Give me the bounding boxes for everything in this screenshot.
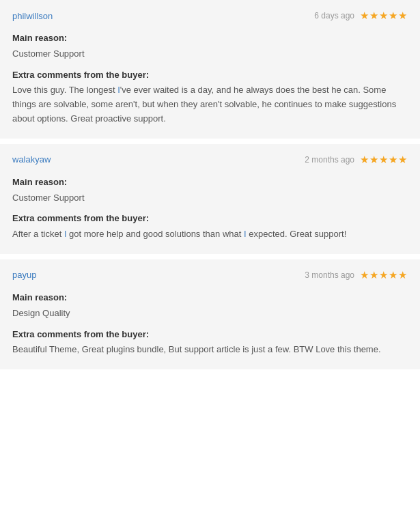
- main-reason-label-2: Main reason:: [12, 175, 408, 190]
- comment-highlight: I: [244, 229, 247, 239]
- main-reason-value-1: Customer Support: [12, 47, 408, 61]
- review-block-1: philwillson6 days ago★★★★★Main reason:Cu…: [0, 0, 420, 139]
- extra-label-3: Extra comments from the buyer:: [12, 328, 408, 342]
- reviews-container: philwillson6 days ago★★★★★Main reason:Cu…: [0, 0, 420, 369]
- review-stars-3: ★★★★★: [360, 269, 408, 281]
- comment-highlight: I: [117, 85, 120, 95]
- main-reason-label-1: Main reason:: [12, 31, 408, 46]
- review-body-3: Main reason:Design QualityExtra comments…: [12, 291, 408, 357]
- review-comment-1: Love this guy. The longest I've ever wai…: [12, 83, 408, 126]
- review-time-1: 6 days ago: [314, 11, 354, 20]
- review-meta-3: 3 months ago★★★★★: [305, 269, 408, 281]
- review-stars-1: ★★★★★: [360, 10, 408, 22]
- comment-highlight: I: [64, 229, 67, 239]
- review-comment-2: After a ticket I got more help and good …: [12, 227, 408, 242]
- review-header-3: payup3 months ago★★★★★: [12, 269, 408, 281]
- review-stars-2: ★★★★★: [360, 154, 408, 166]
- review-meta-1: 6 days ago★★★★★: [314, 10, 408, 22]
- review-meta-2: 2 months ago★★★★★: [305, 154, 408, 166]
- main-reason-value-2: Customer Support: [12, 191, 408, 206]
- review-time-3: 3 months ago: [305, 270, 354, 280]
- reviewer-name-2[interactable]: walakyaw: [12, 154, 51, 165]
- extra-label-2: Extra comments from the buyer:: [12, 212, 408, 226]
- review-block-3: payup3 months ago★★★★★Main reason:Design…: [0, 259, 420, 369]
- main-reason-value-3: Design Quality: [12, 307, 408, 321]
- review-body-2: Main reason:Customer SupportExtra commen…: [12, 175, 408, 242]
- review-header-1: philwillson6 days ago★★★★★: [12, 10, 408, 22]
- main-reason-label-3: Main reason:: [12, 291, 408, 305]
- review-body-1: Main reason:Customer SupportExtra commen…: [12, 31, 408, 126]
- review-time-2: 2 months ago: [305, 155, 354, 165]
- reviewer-name-1[interactable]: philwillson: [12, 11, 53, 21]
- review-comment-3: Beautiful Theme, Great plugins bundle, B…: [12, 343, 408, 357]
- extra-label-1: Extra comments from the buyer:: [12, 68, 408, 83]
- review-block-2: walakyaw2 months ago★★★★★Main reason:Cus…: [0, 144, 420, 254]
- review-header-2: walakyaw2 months ago★★★★★: [12, 154, 408, 166]
- reviewer-name-3[interactable]: payup: [12, 270, 36, 280]
